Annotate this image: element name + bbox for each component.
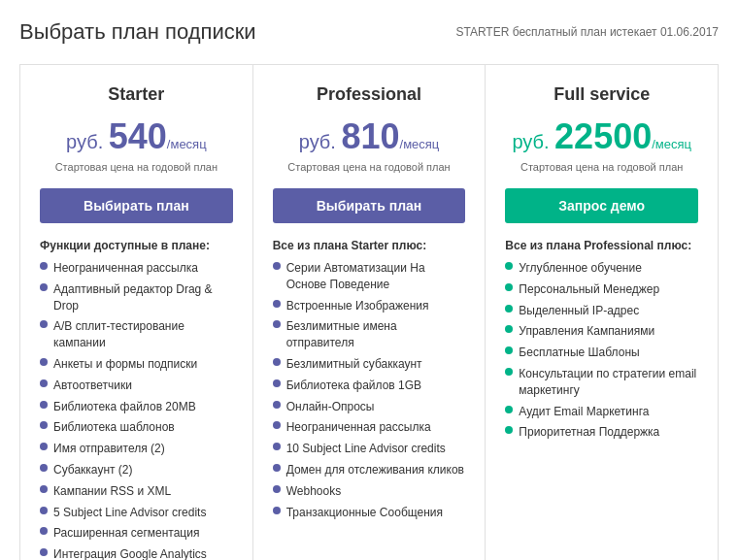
feature-text: Webhooks — [286, 483, 341, 500]
plan-currency-starter: руб. — [66, 131, 109, 152]
feature-dot — [40, 443, 48, 450]
feature-dot — [273, 443, 281, 450]
plan-period-professional: /месяц — [400, 137, 440, 151]
list-item: Приоритетная Поддержка — [505, 424, 698, 441]
plan-card-fullservice: Full service руб. 22500/месяц Стартовая … — [486, 65, 718, 560]
feature-text: А/В сплит-тестирование кампании — [53, 318, 233, 351]
feature-text: 5 Subject Line Advisor credits — [53, 505, 206, 521]
feature-text: Библиотека шаблонов — [53, 419, 175, 436]
feature-text: Встроенные Изображения — [286, 298, 429, 314]
list-item: Безлимитный субаккаунт — [273, 356, 466, 373]
plan-name-professional: Professional — [273, 84, 466, 105]
list-item: Бесплатные Шаблоны — [505, 345, 698, 361]
list-item: Управления Кампаниями — [505, 323, 698, 340]
list-item: Консультации по стратегии email маркетин… — [505, 366, 698, 399]
plan-period-fullservice: /месяц — [652, 137, 691, 151]
feature-text: Безлимитные имена отправителя — [286, 318, 466, 351]
features-heading-professional: Все из плана Starter плюс: — [273, 239, 466, 252]
feature-text: Автоответчики — [53, 378, 132, 394]
feature-text: Неограниченная рассылка — [53, 260, 198, 277]
list-item: Серии Автоматизации На Основе Поведение — [273, 260, 466, 293]
list-item: Субаккаунт (2) — [40, 462, 233, 478]
list-item: Анкеты и формы подписки — [40, 356, 233, 373]
feature-text: Расширенная сегментация — [53, 525, 199, 542]
list-item: Автоответчики — [40, 378, 233, 394]
feature-dot — [505, 426, 513, 434]
list-item: Аудит Email Маркетинга — [505, 404, 698, 420]
list-item: Неограниченная рассылка — [40, 260, 233, 277]
feature-dot — [505, 368, 513, 376]
feature-dot — [40, 283, 48, 291]
feature-dot — [273, 401, 281, 409]
page-title: Выбрать план подписки — [19, 19, 256, 45]
plan-button-fullservice[interactable]: Запрос демо — [505, 188, 698, 223]
feature-text: Углубленное обучение — [519, 260, 642, 277]
plan-button-professional[interactable]: Выбирать план — [273, 188, 466, 223]
feature-text: Безлимитный субаккаунт — [286, 356, 422, 373]
feature-dot — [505, 325, 513, 333]
features-heading-starter: Функции доступные в плане: — [40, 239, 233, 252]
list-item: Транзакционные Сообщения — [273, 505, 466, 521]
feature-dot — [40, 464, 48, 472]
feature-text: Транзакционные Сообщения — [286, 505, 443, 521]
list-item: Расширенная сегментация — [40, 525, 233, 542]
feature-text: Приоритетная Поддержка — [519, 424, 659, 441]
plan-subtitle-professional: Стартовая цена на годовой план — [273, 161, 466, 173]
list-item: Кампании RSS и XML — [40, 483, 233, 500]
feature-text: Консультации по стратегии email маркетин… — [519, 366, 698, 399]
feature-dot — [40, 421, 48, 429]
feature-dot — [40, 401, 48, 409]
feature-text: Библиотека файлов 20MB — [53, 399, 196, 415]
feature-dot — [40, 262, 48, 270]
feature-text: Имя отправителя (2) — [53, 441, 165, 457]
list-item: Имя отправителя (2) — [40, 441, 233, 457]
feature-text: Выделенный IP-адрес — [519, 303, 639, 319]
list-item: Webhooks — [273, 483, 466, 500]
feature-dot — [273, 464, 281, 472]
plan-amount-fullservice: 22500 — [554, 116, 652, 156]
list-item: Встроенные Изображения — [273, 298, 466, 314]
feature-dot — [273, 320, 281, 328]
plan-name-starter: Starter — [40, 84, 233, 105]
list-item: Онлайн-Опросы — [273, 399, 466, 415]
feature-text: Аудит Email Маркетинга — [519, 404, 649, 420]
feature-text: Анкеты и формы подписки — [53, 356, 197, 373]
features-heading-fullservice: Все из плана Professional плюс: — [505, 239, 698, 252]
feature-dot — [505, 346, 513, 354]
plan-name-fullservice: Full service — [505, 84, 698, 105]
list-item: Углубленное обучение — [505, 260, 698, 277]
feature-text: Бесплатные Шаблоны — [519, 345, 639, 361]
list-item: Библиотека файлов 1GB — [273, 378, 466, 394]
feature-text: Персональный Менеджер — [519, 281, 659, 298]
feature-dot — [273, 507, 281, 514]
feature-dot — [505, 305, 513, 313]
plan-card-starter: Starter руб. 540/месяц Стартовая цена на… — [20, 65, 253, 560]
features-list-starter: Неограниченная рассылка Адаптивный редак… — [40, 260, 233, 560]
feature-dot — [40, 527, 48, 535]
feature-dot — [40, 507, 48, 514]
feature-text: Библиотека файлов 1GB — [286, 378, 421, 394]
list-item: Выделенный IP-адрес — [505, 303, 698, 319]
list-item: А/В сплит-тестирование кампании — [40, 318, 233, 351]
list-item: Адаптивный редактор Drag & Drop — [40, 281, 233, 314]
plan-button-starter[interactable]: Выбирать план — [40, 188, 233, 223]
feature-text: Интеграция Google Analytics — [53, 546, 207, 560]
plan-subtitle-fullservice: Стартовая цена на годовой план — [505, 161, 698, 173]
features-list-professional: Серии Автоматизации На Основе Поведение … — [273, 260, 466, 520]
plan-currency-professional: руб. — [299, 131, 342, 152]
feature-dot — [273, 379, 281, 387]
feature-text: Кампании RSS и XML — [53, 483, 171, 500]
feature-dot — [273, 421, 281, 429]
list-item: Неограниченная рассылка — [273, 419, 466, 436]
header-notice: STARTER бесплатный план истекает 01.06.2… — [455, 25, 719, 39]
page-header: Выбрать план подписки STARTER бесплатный… — [19, 19, 719, 45]
feature-dot — [505, 262, 513, 270]
plan-card-professional: Professional руб. 810/месяц Стартовая це… — [253, 65, 486, 560]
feature-text: Адаптивный редактор Drag & Drop — [53, 281, 233, 314]
feature-text: Управления Кампаниями — [519, 323, 654, 340]
plan-price-starter: руб. 540/месяц — [40, 116, 233, 157]
features-list-fullservice: Углубленное обучение Персональный Менедж… — [505, 260, 698, 441]
list-item: Безлимитные имена отправителя — [273, 318, 466, 351]
feature-dot — [40, 379, 48, 387]
plan-amount-professional: 810 — [341, 116, 399, 156]
